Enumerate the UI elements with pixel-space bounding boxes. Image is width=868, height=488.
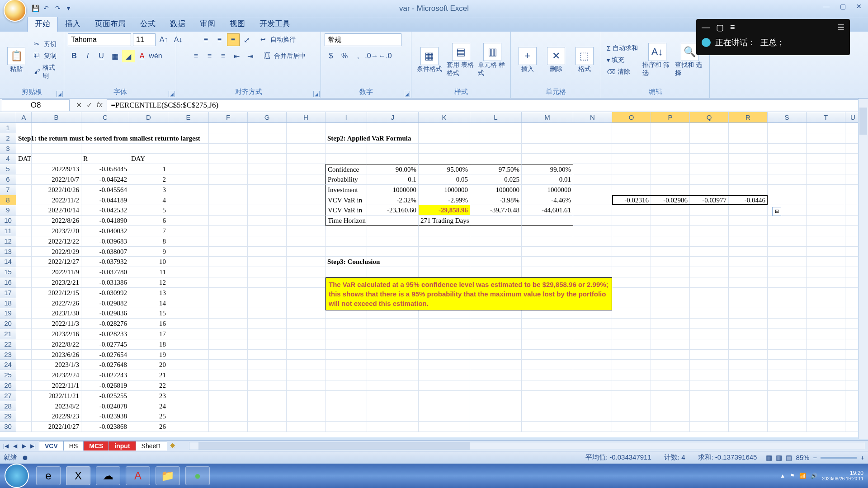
- taskbar-explorer-icon[interactable]: 📁: [156, 466, 180, 485]
- row-header-13[interactable]: 13: [0, 247, 16, 257]
- col-header-R[interactable]: R: [729, 112, 768, 122]
- zoom-slider[interactable]: [821, 457, 857, 459]
- voice-minimize-icon[interactable]: —: [702, 23, 710, 33]
- tray-network-icon[interactable]: 📶: [799, 473, 806, 479]
- delete-cells-button[interactable]: ✕删除: [543, 47, 569, 73]
- row-header-9[interactable]: 9: [0, 205, 16, 216]
- minimize-icon[interactable]: —: [821, 3, 832, 10]
- col-header-A[interactable]: A: [16, 112, 32, 122]
- col-header-Q[interactable]: Q: [690, 112, 729, 122]
- underline-button[interactable]: U: [95, 50, 108, 62]
- row-header-2[interactable]: 2: [0, 133, 16, 144]
- align-right-icon[interactable]: ≡: [217, 50, 230, 62]
- dec-decimal-icon[interactable]: ←.0: [379, 50, 392, 62]
- worksheet-grid[interactable]: ABCDEFGHIJKLMNOPQRSTU 123456789101112131…: [0, 112, 868, 437]
- formula-input[interactable]: [107, 99, 868, 111]
- copy-button[interactable]: ⿻复制: [32, 51, 60, 61]
- comma-icon[interactable]: ,: [352, 50, 364, 62]
- sheet-tab-MCS[interactable]: MCS: [83, 441, 109, 450]
- select-all-corner[interactable]: [0, 112, 16, 123]
- cut-button[interactable]: ✂剪切: [32, 39, 60, 49]
- wrap-text-button[interactable]: ↩自动换行: [259, 35, 297, 45]
- row-header-25[interactable]: 25: [0, 370, 16, 380]
- horizontal-scrollbar[interactable]: [189, 442, 865, 450]
- cell-style-button[interactable]: ▥单元格 样式: [478, 43, 507, 77]
- tab-nav-last-icon[interactable]: ▶|: [29, 442, 37, 450]
- row-header-7[interactable]: 7: [0, 185, 16, 195]
- maximize-icon[interactable]: ▢: [837, 3, 848, 10]
- align-bottom-icon[interactable]: ≡: [227, 33, 240, 46]
- taskbar-ie-icon[interactable]: e: [36, 466, 61, 485]
- tab-home[interactable]: 开始: [27, 15, 58, 32]
- taskbar-wechat-icon[interactable]: ●: [185, 466, 210, 485]
- row-header-27[interactable]: 27: [0, 391, 16, 401]
- grow-font-icon[interactable]: A↑: [157, 33, 170, 46]
- tab-review[interactable]: 审阅: [193, 16, 222, 32]
- row-header-16[interactable]: 16: [0, 277, 16, 288]
- orientation-icon[interactable]: ⤢: [241, 33, 253, 46]
- col-header-G[interactable]: G: [248, 112, 287, 122]
- voice-window-icon[interactable]: ▢: [716, 23, 724, 33]
- row-header-18[interactable]: 18: [0, 298, 16, 309]
- voice-widget[interactable]: — ▢ ≡ ☰ 正在讲话： 王总；: [696, 19, 850, 55]
- row-header-23[interactable]: 23: [0, 350, 16, 360]
- bold-button[interactable]: B: [68, 50, 80, 62]
- italic-button[interactable]: I: [81, 50, 94, 62]
- align-left-icon[interactable]: ≡: [190, 50, 203, 62]
- table-style-button[interactable]: ▤套用 表格格式: [447, 43, 476, 77]
- row-header-28[interactable]: 28: [0, 401, 16, 412]
- start-button[interactable]: [5, 464, 29, 488]
- tray-clock[interactable]: 19:20 2023/08/26 19:20:11: [822, 470, 863, 482]
- view-normal-icon[interactable]: ▦: [766, 454, 772, 462]
- insert-cells-button[interactable]: +插入: [514, 47, 540, 73]
- fx-icon[interactable]: fx: [97, 101, 102, 109]
- row-header-19[interactable]: 19: [0, 308, 16, 319]
- autosum-button[interactable]: Σ自动求和: [605, 43, 640, 53]
- zoom-out-icon[interactable]: −: [813, 454, 817, 461]
- close-icon[interactable]: ✕: [854, 3, 864, 10]
- row-header-8[interactable]: 8: [0, 195, 16, 206]
- indent-dec-icon[interactable]: ⇤: [231, 50, 243, 62]
- clipboard-launcher-icon[interactable]: ◢: [57, 91, 63, 97]
- taskbar-pdf-icon[interactable]: A: [126, 466, 150, 485]
- tab-nav-prev-icon[interactable]: ◀: [11, 442, 19, 450]
- voice-hamburger-icon[interactable]: ☰: [837, 23, 844, 33]
- autofill-options-icon[interactable]: ⊞: [772, 207, 781, 216]
- col-header-L[interactable]: L: [470, 112, 522, 122]
- office-button[interactable]: [4, 0, 26, 22]
- format-cells-button[interactable]: ⬚格式: [571, 47, 597, 73]
- alignment-launcher-icon[interactable]: ◢: [313, 91, 320, 97]
- save-icon[interactable]: 💾: [32, 5, 40, 13]
- row-header-10[interactable]: 10: [0, 216, 16, 226]
- tab-nav-next-icon[interactable]: ▶: [20, 442, 28, 450]
- tab-formulas[interactable]: 公式: [133, 16, 163, 32]
- col-header-M[interactable]: M: [522, 112, 573, 122]
- col-header-F[interactable]: F: [209, 112, 248, 122]
- zoom-in-icon[interactable]: +: [860, 454, 864, 461]
- row-header-22[interactable]: 22: [0, 339, 16, 350]
- col-header-E[interactable]: E: [168, 112, 209, 122]
- tray-flag-icon[interactable]: ⚑: [790, 473, 795, 479]
- col-header-H[interactable]: H: [287, 112, 326, 122]
- row-header-26[interactable]: 26: [0, 380, 16, 391]
- col-header-N[interactable]: N: [573, 112, 612, 122]
- cancel-formula-icon[interactable]: ✕: [76, 101, 82, 109]
- tray-volume-icon[interactable]: 🔊: [811, 473, 817, 479]
- sort-filter-button[interactable]: A↓排序和 筛选: [642, 43, 672, 77]
- sheet-tab-input[interactable]: input: [108, 441, 136, 450]
- row-header-24[interactable]: 24: [0, 360, 16, 370]
- view-layout-icon[interactable]: ▥: [776, 454, 782, 462]
- tab-layout[interactable]: 页面布局: [88, 16, 133, 32]
- cond-format-button[interactable]: ▦条件格式: [415, 47, 444, 73]
- row-header-30[interactable]: 30: [0, 422, 16, 432]
- row-header-12[interactable]: 12: [0, 236, 16, 247]
- voice-menu-icon[interactable]: ≡: [730, 23, 735, 33]
- undo-icon[interactable]: ↶: [43, 5, 52, 13]
- redo-icon[interactable]: ↷: [55, 5, 63, 13]
- tab-nav-first-icon[interactable]: |◀: [2, 442, 10, 450]
- clear-button[interactable]: ⌫清除: [605, 67, 640, 77]
- tab-developer[interactable]: 开发工具: [252, 16, 297, 32]
- font-launcher-icon[interactable]: ◢: [169, 91, 175, 97]
- row-header-1[interactable]: 1: [0, 123, 16, 133]
- currency-icon[interactable]: $: [325, 50, 337, 62]
